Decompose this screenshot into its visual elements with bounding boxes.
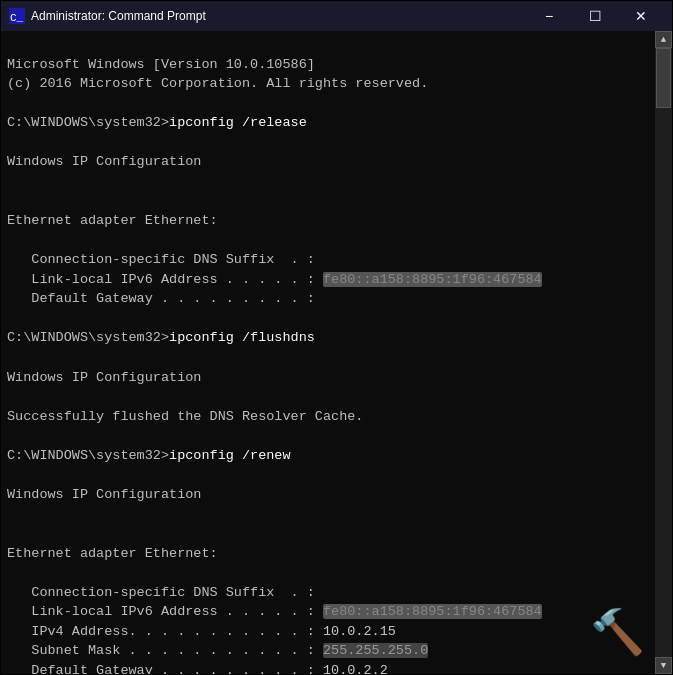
line-2: (c) 2016 Microsoft Corporation. All righ… <box>7 76 428 91</box>
scroll-track[interactable] <box>655 48 672 657</box>
window-title: Administrator: Command Prompt <box>31 9 526 23</box>
line-winip-2: Windows IP Configuration <box>7 370 201 385</box>
line-blank-8 <box>7 389 15 404</box>
line-blank-7 <box>7 350 15 365</box>
line-eth-1: Ethernet adapter Ethernet: <box>7 213 218 228</box>
content-area: Microsoft Windows [Version 10.0.10586] (… <box>1 31 672 674</box>
line-1: Microsoft Windows [Version 10.0.10586] <box>7 57 315 72</box>
scroll-up-button[interactable]: ▲ <box>655 31 672 48</box>
line-cmd-3: C:\WINDOWS\system32>ipconfig /renew <box>7 448 291 463</box>
line-blank-9 <box>7 428 15 443</box>
prompt-1: C:\WINDOWS\system32> <box>7 115 169 130</box>
line-blank-11 <box>7 507 15 522</box>
title-bar: C_ Administrator: Command Prompt − ☐ ✕ <box>1 1 672 31</box>
line-flush: Successfully flushed the DNS Resolver Ca… <box>7 409 363 424</box>
cmd-1: ipconfig /release <box>169 115 307 130</box>
cmd-2: ipconfig /flushdns <box>169 330 315 345</box>
line-dns-1: Connection-specific DNS Suffix . : <box>7 252 315 267</box>
cmd-3: ipconfig /renew <box>169 448 291 463</box>
prompt-2: C:\WINDOWS\system32> <box>7 330 169 345</box>
line-ipv4: IPv4 Address. . . . . . . . . . . : 10.0… <box>7 624 396 639</box>
scrollbar[interactable]: ▲ ▼ <box>655 31 672 674</box>
window: C_ Administrator: Command Prompt − ☐ ✕ M… <box>0 0 673 675</box>
line-blank-2 <box>7 135 15 150</box>
line-subnet: Subnet Mask . . . . . . . . . . . : 255.… <box>7 643 428 658</box>
line-blank-3 <box>7 174 15 189</box>
line-ipv6-1: Link-local IPv6 Address . . . . . : fe80… <box>7 272 542 287</box>
line-blank-10 <box>7 467 15 482</box>
terminal-wrapper: Microsoft Windows [Version 10.0.10586] (… <box>1 31 655 674</box>
line-winip-3: Windows IP Configuration <box>7 487 201 502</box>
line-winip-1: Windows IP Configuration <box>7 154 201 169</box>
line-ipv6-2: Link-local IPv6 Address . . . . . : fe80… <box>7 604 542 619</box>
line-blank-1 <box>7 96 15 111</box>
close-button[interactable]: ✕ <box>618 1 664 31</box>
scroll-down-button[interactable]: ▼ <box>655 657 672 674</box>
line-eth-2: Ethernet adapter Ethernet: <box>7 546 218 561</box>
line-cmd-2: C:\WINDOWS\system32>ipconfig /flushdns <box>7 330 315 345</box>
line-blank-6 <box>7 311 15 326</box>
line-blank-5 <box>7 233 15 248</box>
svg-text:C_: C_ <box>10 12 24 24</box>
terminal-output[interactable]: Microsoft Windows [Version 10.0.10586] (… <box>1 31 655 674</box>
minimize-button[interactable]: − <box>526 1 572 31</box>
maximize-button[interactable]: ☐ <box>572 1 618 31</box>
scroll-thumb[interactable] <box>656 48 671 108</box>
line-gw-1: Default Gateway . . . . . . . . . : <box>7 291 315 306</box>
cmd-icon: C_ <box>9 8 25 24</box>
window-controls: − ☐ ✕ <box>526 1 664 31</box>
prompt-3: C:\WINDOWS\system32> <box>7 448 169 463</box>
line-dns-2: Connection-specific DNS Suffix . : <box>7 585 315 600</box>
line-gw-2: Default Gateway . . . . . . . . . : 10.0… <box>7 663 388 674</box>
line-cmd-1: C:\WINDOWS\system32>ipconfig /release <box>7 115 307 130</box>
line-blank-12 <box>7 526 15 541</box>
line-blank-4 <box>7 194 15 209</box>
line-blank-13 <box>7 565 15 580</box>
